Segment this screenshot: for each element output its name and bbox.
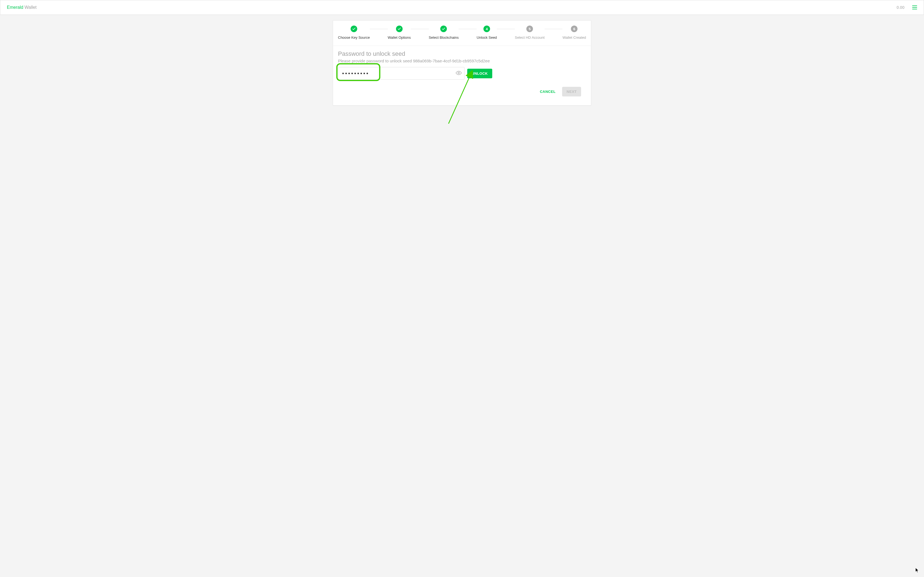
cursor-icon [915, 568, 919, 573]
step-select-hd-account: 5 Select HD Account [515, 26, 544, 40]
brand-primary: Emerald [7, 5, 23, 10]
step-choose-key-source: Choose Key Source [338, 26, 370, 40]
step-number-badge: 6 [571, 26, 577, 32]
unlock-seed-section: Password to unlock seed Please provide p… [333, 46, 591, 105]
menu-icon[interactable] [912, 5, 917, 9]
brand-secondary: Wallet [23, 5, 37, 10]
step-number-badge: 4 [483, 26, 490, 32]
wizard-card: Choose Key Source Wallet Options Select … [333, 20, 591, 105]
step-label: Wallet Created [562, 35, 586, 40]
step-unlock-seed: 4 Unlock Seed [477, 26, 497, 40]
app-header: Emerald Wallet 0.00 [0, 0, 924, 15]
cancel-button[interactable]: CANCEL [535, 87, 560, 97]
annotation-highlight [336, 63, 380, 81]
svg-line-1 [449, 73, 471, 124]
step-number-badge: 5 [527, 26, 533, 32]
check-icon [396, 26, 402, 32]
step-label: Select HD Account [515, 35, 544, 40]
step-select-blockchains: Select Blockchains [429, 26, 459, 40]
step-wallet-options: Wallet Options [388, 26, 411, 40]
section-subtitle: Please provide password to unlock seed 9… [338, 58, 586, 63]
step-label: Unlock Seed [477, 35, 497, 40]
next-button[interactable]: NEXT [562, 87, 581, 97]
app-brand: Emerald Wallet [7, 5, 37, 10]
section-title: Password to unlock seed [338, 50, 586, 57]
step-label: Choose Key Source [338, 35, 370, 40]
annotation-arrow-icon [446, 70, 479, 125]
check-icon [440, 26, 447, 32]
stepper: Choose Key Source Wallet Options Select … [333, 21, 591, 46]
step-label: Select Blockchains [429, 35, 459, 40]
balance-display: 0.00 [897, 5, 905, 10]
step-label: Wallet Options [388, 35, 411, 40]
check-icon [351, 26, 357, 32]
step-wallet-created: 6 Wallet Created [562, 26, 586, 40]
